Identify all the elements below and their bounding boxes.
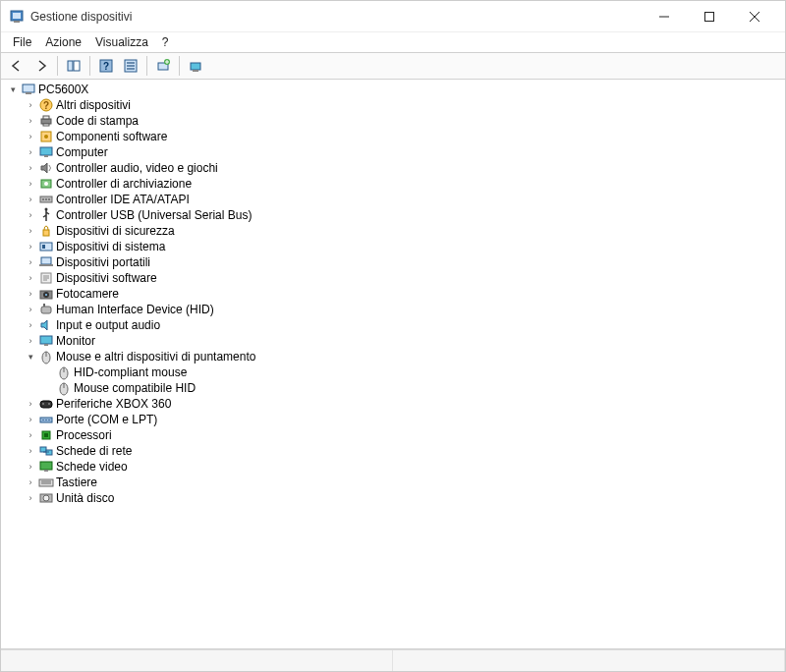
hid-icon <box>38 302 54 317</box>
back-button[interactable] <box>5 55 28 77</box>
tree-category-node[interactable]: › Schede video <box>1 459 785 475</box>
node-label: Mouse e altri dispositivi di puntamento <box>56 350 255 364</box>
node-label: Processori <box>56 428 112 442</box>
expander-icon[interactable]: › <box>23 396 38 412</box>
mouse-icon <box>56 364 72 380</box>
svg-rect-28 <box>40 147 52 155</box>
close-button[interactable] <box>732 1 777 32</box>
tree-category-node[interactable]: › Dispositivi di sicurezza <box>1 223 785 239</box>
tree-category-node[interactable]: › Controller IDE ATA/ATAPI <box>1 192 785 207</box>
toolbar-separator <box>89 56 90 76</box>
tree-category-node[interactable]: ▾ Mouse e altri dispositivi di puntament… <box>1 349 785 364</box>
tree-category-node[interactable]: › Unità disco <box>1 490 785 506</box>
node-label: Computer <box>56 145 108 159</box>
expander-icon[interactable]: › <box>23 254 38 270</box>
node-label: Controller audio, video e giochi <box>56 161 218 175</box>
node-label: Dispositivi software <box>56 271 157 285</box>
svg-rect-46 <box>41 307 51 313</box>
tree-category-node[interactable]: › Processori <box>1 427 785 443</box>
minimize-button[interactable] <box>642 1 687 32</box>
expander-icon[interactable]: ▾ <box>5 82 21 97</box>
node-label: Unità disco <box>56 491 114 505</box>
svg-point-58 <box>48 403 50 405</box>
expander-icon[interactable]: › <box>23 490 38 506</box>
menu-action[interactable]: Azione <box>39 33 87 51</box>
printer-icon <box>38 113 54 129</box>
tree-category-node[interactable]: › Tastiere <box>1 475 785 490</box>
expander-icon[interactable]: › <box>23 427 38 443</box>
tree-category-node[interactable]: › Fotocamere <box>1 286 785 302</box>
cpu-icon <box>38 427 54 443</box>
node-label: Controller IDE ATA/ATAPI <box>56 193 190 206</box>
expander-icon[interactable]: › <box>23 475 38 490</box>
expander-icon[interactable]: › <box>23 192 38 207</box>
tree-device-node[interactable]: Mouse compatibile HID <box>1 380 785 396</box>
show-hide-tree-button[interactable] <box>62 55 85 77</box>
menu-file[interactable]: File <box>7 33 37 51</box>
menu-help[interactable]: ? <box>156 33 175 51</box>
add-legacy-hardware-button[interactable] <box>184 55 207 77</box>
tree-category-node[interactable]: › Computer <box>1 144 785 160</box>
expander-icon[interactable]: › <box>23 412 38 427</box>
tree-category-node[interactable]: › Dispositivi portatili <box>1 254 785 270</box>
laptop-icon <box>38 254 54 270</box>
svg-rect-40 <box>41 257 51 264</box>
tree-category-node[interactable]: › Porte (COM e LPT) <box>1 412 785 427</box>
expander-icon[interactable]: › <box>23 459 38 475</box>
svg-rect-48 <box>40 336 52 344</box>
help-button[interactable]: ? <box>94 55 118 77</box>
expander-icon[interactable]: ▾ <box>23 349 38 364</box>
audio-icon <box>38 317 54 333</box>
expander-icon[interactable]: › <box>23 286 38 302</box>
expander-icon[interactable]: › <box>23 113 38 129</box>
tree-category-node[interactable]: › Input e output audio <box>1 317 785 333</box>
svg-rect-39 <box>42 245 45 249</box>
svg-rect-19 <box>23 84 34 92</box>
expander-icon[interactable]: › <box>23 144 38 160</box>
forward-button[interactable] <box>29 55 53 77</box>
tree-device-node[interactable]: HID-compliant mouse <box>1 364 785 380</box>
tree-category-node[interactable]: › Code di stampa <box>1 113 785 129</box>
expander-icon[interactable]: › <box>23 302 38 317</box>
svg-rect-69 <box>44 470 48 472</box>
tree-category-node[interactable]: › ? Altri dispositivi <box>1 97 785 113</box>
svg-rect-65 <box>40 447 46 452</box>
device-tree[interactable]: ▾ PC5600X › ? Altri dispositivi › Code d… <box>1 80 785 649</box>
tree-category-node[interactable]: › Componenti software <box>1 129 785 144</box>
tree-category-node[interactable]: › Controller audio, video e giochi <box>1 160 785 176</box>
maximize-button[interactable] <box>687 1 732 32</box>
expander-icon[interactable]: › <box>23 223 38 239</box>
titlebar[interactable]: Gestione dispositivi <box>1 1 785 32</box>
tree-category-node[interactable]: › Monitor <box>1 333 785 349</box>
scan-hardware-button[interactable] <box>151 55 175 77</box>
expander-icon[interactable]: › <box>23 160 38 176</box>
expander-icon[interactable]: › <box>23 97 38 113</box>
properties-button[interactable] <box>119 55 142 77</box>
expander-icon[interactable]: › <box>23 443 38 459</box>
expander-placeholder <box>40 380 56 396</box>
tree-category-node[interactable]: › Human Interface Device (HID) <box>1 302 785 317</box>
expander-icon[interactable]: › <box>23 317 38 333</box>
node-label: Dispositivi di sicurezza <box>56 224 175 238</box>
menu-view[interactable]: Visualizza <box>89 33 154 51</box>
tree-category-node[interactable]: › Controller USB (Universal Serial Bus) <box>1 207 785 223</box>
component-icon <box>38 129 54 144</box>
display-icon <box>38 459 54 475</box>
expander-icon[interactable]: › <box>23 129 38 144</box>
tree-category-node[interactable]: › Schede di rete <box>1 443 785 459</box>
svg-point-62 <box>48 420 50 421</box>
expander-icon[interactable]: › <box>23 333 38 349</box>
expander-icon[interactable]: › <box>23 207 38 223</box>
tree-category-node[interactable]: › Dispositivi di sistema <box>1 239 785 254</box>
tree-root-node[interactable]: ▾ PC5600X <box>1 82 785 97</box>
tree-category-node[interactable]: › Periferiche XBOX 360 <box>1 396 785 412</box>
node-label: Altri dispositivi <box>56 98 131 112</box>
expander-icon[interactable]: › <box>23 176 38 192</box>
svg-rect-23 <box>41 119 51 124</box>
node-label: Periferiche XBOX 360 <box>56 397 171 411</box>
tree-category-node[interactable]: › Controller di archiviazione <box>1 176 785 192</box>
expander-icon[interactable]: › <box>23 270 38 286</box>
node-label: Mouse compatibile HID <box>74 381 196 395</box>
expander-icon[interactable]: › <box>23 239 38 254</box>
tree-category-node[interactable]: › Dispositivi software <box>1 270 785 286</box>
